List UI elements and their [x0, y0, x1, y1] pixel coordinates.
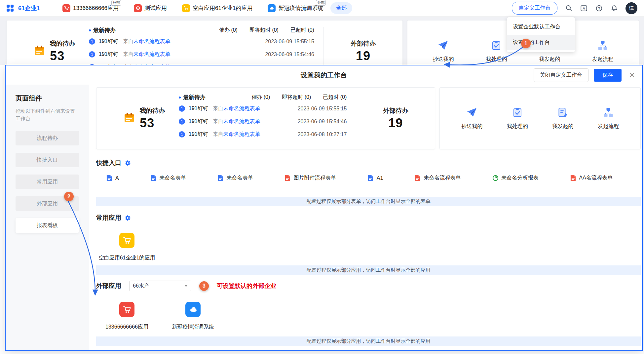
soon-overtime-filter[interactable]: 即将超时 (0): [282, 94, 311, 101]
initiated-by-me-action[interactable]: 我发起的: [552, 107, 573, 130]
start-flow-action[interactable]: 发起流程: [592, 40, 613, 63]
customize-workbench-button[interactable]: 自定义工作台: [512, 2, 557, 15]
component-common-apps[interactable]: 常用应用: [16, 175, 79, 189]
close-icon[interactable]: ×: [629, 70, 635, 80]
form-link[interactable]: 未命名流程表单: [133, 51, 170, 58]
todo-row[interactable]: 1 191钉钉 来自 未命名流程表单 2023-06-09 15:54:46: [89, 51, 323, 58]
todo-row[interactable]: 1 191钉钉 来自 未命名流程表单 2023-06-08 10:27:17: [179, 131, 356, 138]
workspace-name[interactable]: 61企业1: [18, 4, 40, 12]
latest-todo-list: 最新待办 催办 (0) 即将超时 (0) 已超时 (0) 1 191钉钉 来自 …: [179, 93, 356, 144]
send-icon: [466, 107, 477, 119]
component-flow-todo[interactable]: 流程待办: [16, 131, 79, 145]
external-badge: 外部: [316, 0, 326, 6]
overdue-filter[interactable]: 已超时 (0): [323, 94, 347, 101]
form-icon: [570, 175, 576, 181]
component-quick-entry[interactable]: 快捷入口: [16, 153, 79, 167]
todo-row[interactable]: 1 191钉钉 来自 未命名流程表单 2023-06-09 15:55:15: [89, 38, 323, 45]
translate-icon[interactable]: A: [580, 4, 588, 12]
form-link[interactable]: 未命名流程表单: [223, 105, 260, 112]
tab-app-3[interactable]: 空白应用61企业1的应用: [182, 4, 252, 12]
todo-row[interactable]: 1 191钉钉 来自 未命名流程表单 2023-06-09 15:54:46: [179, 118, 356, 125]
form-link[interactable]: 未命名流程表单: [223, 131, 260, 138]
tab-app-2[interactable]: 测试应用: [134, 4, 167, 12]
menu-item-set-my-workbench[interactable]: 设置我的工作台: [507, 35, 575, 50]
todo-row[interactable]: 1 191钉钉 来自 未命名流程表单 2023-06-09 15:55:15: [179, 105, 356, 112]
handled-by-me-action[interactable]: 我处理的: [507, 107, 528, 130]
quick-entry-title: 快捷入口: [96, 159, 121, 167]
todo-card: 我的待办 53 最新待办 催办 (0) 即将超时 (0) 已超时 (0) 1 1…: [6, 20, 403, 65]
gear-icon[interactable]: [125, 215, 131, 221]
quick-entry-item[interactable]: A: [106, 175, 119, 181]
form-link[interactable]: 未命名流程表单: [223, 118, 260, 125]
urge-filter[interactable]: 催办 (0): [251, 94, 270, 101]
tab-app-1[interactable]: 13366666666应用 外部: [62, 4, 119, 12]
cc-to-me-action[interactable]: 抄送我的: [461, 107, 482, 130]
my-todo-count: 53: [50, 49, 75, 63]
quick-entry-item[interactable]: 图片附件流程表单: [284, 175, 336, 181]
workbench-dropdown-menu: 设置企业默认工作台 设置我的工作台: [507, 17, 575, 52]
set-my-workbench-modal: 设置我的工作台 关闭自定义工作台 保存 × 页面组件 拖动以下组件到右侧来设置工…: [5, 65, 643, 351]
quick-actions-card: 抄送我的 我处理的 我发起的 发起流程: [439, 87, 641, 149]
quick-entry-item[interactable]: 未命名表单: [217, 175, 253, 181]
cart-app-icon: [119, 302, 134, 317]
external-apps-title: 外部应用: [96, 282, 121, 290]
test-app-icon: [134, 4, 142, 12]
calendar-icon: [124, 112, 135, 125]
search-icon[interactable]: [565, 4, 573, 12]
apps-grid-icon[interactable]: [7, 5, 14, 12]
quick-entry-list: A 未命名表单 未命名表单 图片附件流程表单: [96, 175, 641, 181]
overdue-filter[interactable]: 已超时 (0): [290, 27, 314, 34]
app-tile[interactable]: 新冠疫情流调系统: [165, 302, 221, 331]
menu-item-set-enterprise-default[interactable]: 设置企业默认工作台: [507, 19, 575, 35]
quick-entry-item[interactable]: AA名流程表单: [570, 175, 613, 181]
quick-entry-section: 快捷入口 A 未命名表单: [96, 159, 641, 206]
annotation-note: 可设置默认的外部企业: [217, 282, 276, 290]
app-tile[interactable]: 13366666666应用: [99, 302, 155, 331]
app-tile[interactable]: 空白应用61企业1的应用: [99, 233, 155, 261]
close-custom-workbench-button[interactable]: 关闭自定义工作台: [534, 68, 588, 82]
quick-entry-item[interactable]: 未命名分析报表: [492, 175, 539, 181]
external-todo-block[interactable]: 外部待办 19: [356, 93, 435, 144]
count-badge: 1: [89, 38, 95, 45]
clipboard-check-icon: [512, 107, 523, 119]
document-edit-icon: [557, 107, 568, 119]
tab-app-4[interactable]: 新冠疫情流调系统 外部: [268, 4, 323, 12]
start-flow-action[interactable]: 发起流程: [598, 107, 619, 130]
component-report-board[interactable]: 报表看板: [16, 218, 79, 233]
soon-overtime-filter[interactable]: 即将超时 (0): [249, 27, 279, 34]
form-icon: [414, 175, 421, 181]
cart-app-icon: [119, 233, 134, 248]
my-todo-label: 我的待办: [140, 106, 165, 115]
all-apps-button[interactable]: 全部: [330, 2, 352, 14]
cart-app-icon: [62, 4, 70, 12]
external-company-select[interactable]: 66水产: [129, 281, 191, 291]
flow-icon: [597, 40, 608, 52]
form-icon: [367, 175, 374, 181]
urge-filter[interactable]: 催办 (0): [219, 27, 238, 34]
external-todo-block[interactable]: 外部待办 19: [324, 26, 402, 65]
handled-by-me-action[interactable]: 我处理的: [486, 40, 507, 63]
quick-entry-item[interactable]: 未命名表单: [150, 175, 186, 181]
form-link[interactable]: 未命名流程表单: [133, 38, 170, 45]
help-icon[interactable]: ?: [595, 4, 603, 12]
quick-entry-item[interactable]: 未命名流程表单: [414, 175, 461, 181]
quick-entry-item[interactable]: A1: [367, 175, 383, 181]
my-todo-block[interactable]: 我的待办 53: [96, 93, 179, 144]
save-button[interactable]: 保存: [594, 69, 622, 82]
send-icon: [437, 40, 449, 52]
avatar[interactable]: 谭: [625, 2, 637, 14]
latest-todo-label: 最新待办: [89, 26, 116, 34]
report-icon: [492, 175, 499, 181]
todo-card: 我的待办 53 最新待办 催办 (0) 即将超时 (0) 已超时 (0): [96, 87, 435, 149]
annotation-badge-3: 3: [199, 281, 209, 291]
my-todo-block[interactable]: 我的待办 53: [7, 26, 89, 65]
bullet-dot: [89, 29, 91, 31]
gear-icon[interactable]: [125, 160, 131, 166]
external-apps-info-bar: 配置过程仅展示部分应用，访问工作台时显示全部的应用: [96, 336, 641, 346]
app-tabs: 13366666666应用 外部 测试应用 空白应用61企业1的应用 新冠疫情: [62, 4, 323, 12]
bullet-dot: [179, 97, 181, 98]
cc-to-me-action[interactable]: 抄送我的: [433, 40, 454, 63]
flow-icon: [603, 107, 614, 119]
form-icon: [217, 175, 224, 181]
bell-icon[interactable]: [610, 4, 618, 12]
